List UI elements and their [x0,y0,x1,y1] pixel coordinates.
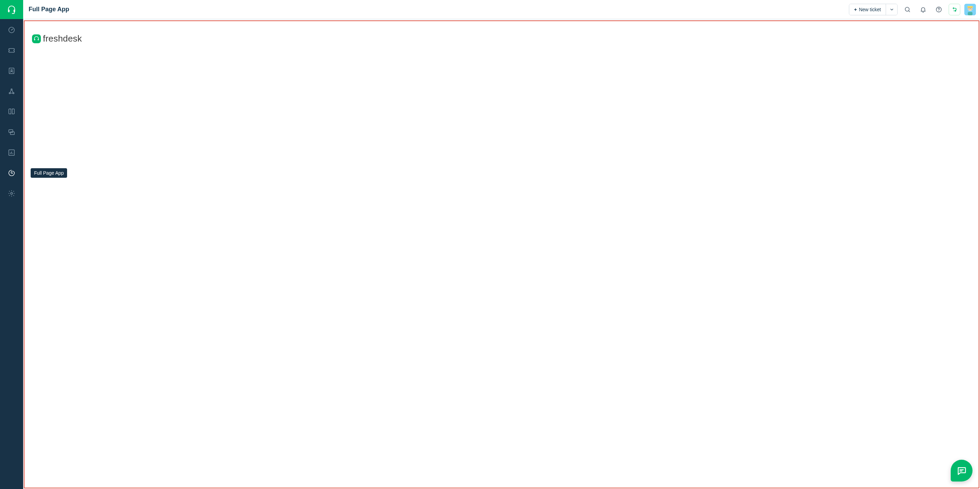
book-icon [8,108,15,115]
contact-icon [8,67,15,75]
sidebar-item-social[interactable] [7,86,16,96]
svg-point-3 [11,30,12,31]
svg-point-8 [11,89,12,90]
freshworks-switcher[interactable] [949,4,960,15]
help-button[interactable] [933,4,945,15]
svg-rect-22 [34,39,35,40]
headset-icon [7,5,16,14]
svg-rect-18 [967,6,973,8]
network-icon [8,88,15,95]
app-brand-text: freshdesk [43,33,82,44]
svg-point-6 [9,92,11,94]
sidebar-item-tickets[interactable] [7,46,16,55]
svg-point-5 [11,70,13,71]
svg-rect-0 [8,10,10,12]
svg-point-19 [969,8,970,9]
main-column: Full Page App + New ticket [23,0,980,489]
sidebar: Full Page App [0,0,23,489]
new-ticket-dropdown[interactable] [886,4,897,15]
sidebar-item-analytics[interactable] [7,148,16,157]
svg-rect-1 [14,10,15,12]
svg-rect-23 [38,39,39,40]
sidebar-item-contacts[interactable] [7,66,16,76]
new-ticket-group: + New ticket [849,4,897,15]
chat-widget-button[interactable] [951,460,972,481]
chat-icon [956,465,967,476]
avatar-icon [964,4,976,15]
app-brand-badge [32,34,41,43]
profile-avatar[interactable] [964,4,976,15]
svg-point-12 [11,193,13,194]
sidebar-item-forums[interactable] [7,127,16,137]
headset-icon [33,36,40,42]
ticket-icon [8,47,15,54]
sidebar-nav: Full Page App [0,19,23,198]
plus-icon: + [854,7,857,12]
bell-icon [920,6,926,13]
swirl-icon [8,169,15,177]
app-brand: freshdesk [32,33,971,44]
content-wrap: freshdesk [23,19,980,489]
sidebar-item-dashboard[interactable] [7,25,16,35]
search-icon [904,6,911,13]
help-icon [935,6,942,13]
new-ticket-button[interactable]: + New ticket [849,4,886,15]
svg-point-15 [939,11,939,11]
app-iframe-region: freshdesk [24,21,979,488]
svg-point-20 [970,8,972,9]
brand-logo[interactable] [0,0,23,19]
chat-bubbles-icon [8,128,15,136]
svg-point-7 [13,92,14,94]
chevron-down-icon [889,7,894,12]
sidebar-tooltip: Full Page App [31,168,67,178]
sidebar-item-full-page-app[interactable]: Full Page App [7,168,16,178]
page-title: Full Page App [27,6,69,13]
new-ticket-label: New ticket [859,7,881,12]
sidebar-item-admin[interactable] [7,189,16,198]
gauge-icon [8,26,15,34]
topbar: Full Page App + New ticket [23,0,980,19]
gear-icon [8,190,15,197]
notifications-button[interactable] [917,4,929,15]
sidebar-item-solutions[interactable] [7,107,16,116]
bar-chart-icon [8,149,15,156]
svg-rect-21 [968,12,972,15]
search-button[interactable] [902,4,913,15]
sync-icon [951,6,958,13]
